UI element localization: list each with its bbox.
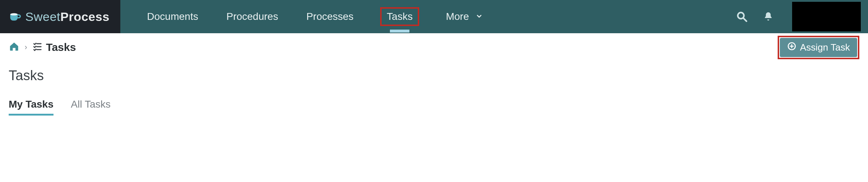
assign-task-button[interactable]: Assign Task [780, 38, 857, 57]
bell-icon[interactable] [762, 11, 774, 22]
nav-label: Procedures [226, 11, 278, 22]
nav-more[interactable]: More [444, 7, 484, 26]
nav-documents[interactable]: Documents [146, 7, 200, 26]
nav-procedures[interactable]: Procedures [225, 7, 279, 26]
assign-task-label: Assign Task [800, 42, 850, 53]
svg-point-0 [10, 13, 18, 16]
svg-line-2 [743, 18, 747, 21]
chevron-down-icon [476, 11, 483, 22]
breadcrumb-current: Tasks [32, 41, 76, 54]
nav-items: Documents Procedures Processes Tasks Mor… [120, 0, 484, 33]
breadcrumb: › Tasks [9, 41, 76, 54]
nav-label: Processes [306, 11, 354, 22]
breadcrumb-label: Tasks [46, 41, 76, 53]
tab-label: All Tasks [71, 99, 111, 110]
home-icon[interactable] [9, 41, 20, 53]
assign-task-highlight: Assign Task [778, 36, 859, 59]
breadcrumb-separator: › [25, 43, 27, 52]
tab-all-tasks[interactable]: All Tasks [71, 99, 111, 116]
page-title: Tasks [0, 58, 868, 88]
brand-logo[interactable]: SweetProcess [0, 0, 120, 33]
active-indicator [390, 30, 409, 32]
nav-label: Tasks [387, 11, 413, 22]
profile-area[interactable] [792, 2, 861, 31]
tab-my-tasks[interactable]: My Tasks [9, 99, 53, 116]
nav-tasks[interactable]: Tasks [380, 7, 419, 26]
tabs: My Tasks All Tasks [0, 88, 868, 116]
list-icon [32, 41, 42, 54]
coffee-cup-icon [8, 10, 22, 23]
nav-label: Documents [147, 11, 198, 22]
nav-label: More [446, 11, 469, 22]
top-nav: SweetProcess Documents Procedures Proces… [0, 0, 868, 33]
search-icon[interactable] [736, 10, 748, 23]
nav-processes[interactable]: Processes [305, 7, 355, 26]
nav-utility [736, 0, 868, 33]
plus-circle-icon [787, 42, 796, 53]
breadcrumb-row: › Tasks Assign Task [0, 33, 868, 58]
tab-label: My Tasks [9, 99, 53, 110]
brand-text: SweetProcess [25, 10, 109, 24]
